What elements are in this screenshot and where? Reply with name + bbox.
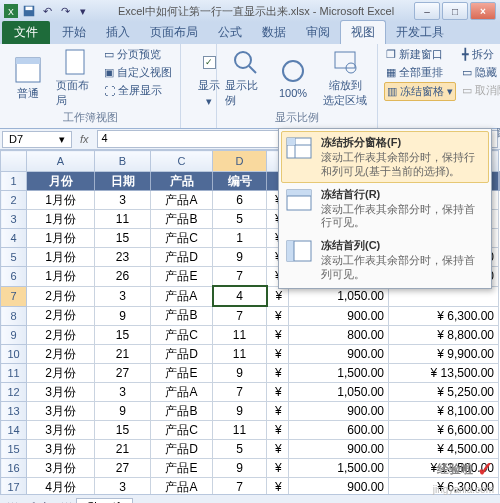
- cell[interactable]: 产品D: [151, 345, 213, 364]
- redo-icon[interactable]: ↷: [58, 4, 72, 18]
- cell[interactable]: ¥: [267, 306, 289, 326]
- zoom-100-button[interactable]: 100%: [271, 46, 315, 110]
- cell[interactable]: 900.00: [289, 478, 389, 495]
- zoom-selection-button[interactable]: 缩放到 选定区域: [319, 46, 371, 110]
- cell[interactable]: ¥: [267, 421, 289, 440]
- cell[interactable]: 900.00: [289, 440, 389, 459]
- row-header[interactable]: 12: [1, 383, 27, 402]
- cell[interactable]: 2月份: [27, 364, 95, 383]
- cell[interactable]: ¥ 8,800.00: [389, 326, 499, 345]
- cell[interactable]: 2月份: [27, 326, 95, 345]
- cell[interactable]: 产品A: [151, 383, 213, 402]
- cell[interactable]: 产品D: [151, 248, 213, 267]
- cell[interactable]: ¥: [267, 286, 289, 306]
- page-break-preview-button[interactable]: ▭分页预览: [102, 46, 174, 63]
- tab-formulas[interactable]: 公式: [208, 21, 252, 44]
- cell[interactable]: 6: [213, 191, 267, 210]
- cell[interactable]: 1,500.00: [289, 459, 389, 478]
- cell[interactable]: 2月份: [27, 345, 95, 364]
- cell[interactable]: ¥: [267, 459, 289, 478]
- sheet-nav-last[interactable]: ⏭: [58, 498, 74, 503]
- cell[interactable]: 1月份: [27, 191, 95, 210]
- unhide-button[interactable]: ▭取消隐藏: [460, 82, 500, 99]
- cell[interactable]: 产品C: [151, 326, 213, 345]
- row-header[interactable]: 8: [1, 306, 27, 326]
- cell[interactable]: ¥: [267, 402, 289, 421]
- row-header[interactable]: 10: [1, 345, 27, 364]
- name-box[interactable]: D7 ▾: [2, 131, 72, 148]
- col-header[interactable]: C: [151, 151, 213, 172]
- cell[interactable]: 900.00: [289, 306, 389, 326]
- qat-dropdown-icon[interactable]: ▾: [76, 4, 90, 18]
- cell[interactable]: ¥ 5,250.00: [389, 383, 499, 402]
- cell[interactable]: ¥ 4,500.00: [389, 440, 499, 459]
- header-cell[interactable]: 编号: [213, 172, 267, 191]
- cell[interactable]: 27: [95, 364, 151, 383]
- sheet-nav-prev[interactable]: ◀: [22, 498, 38, 503]
- cell[interactable]: ¥: [267, 478, 289, 495]
- cell[interactable]: ¥ 6,600.00: [389, 421, 499, 440]
- full-screen-button[interactable]: ⛶全屏显示: [102, 82, 174, 99]
- cell[interactable]: 1,050.00: [289, 383, 389, 402]
- sheet-tab[interactable]: Sheet1: [76, 498, 133, 504]
- chevron-down-icon[interactable]: ▾: [59, 133, 65, 146]
- tab-insert[interactable]: 插入: [96, 21, 140, 44]
- cell[interactable]: 产品E: [151, 364, 213, 383]
- cell[interactable]: 3: [95, 478, 151, 495]
- cell[interactable]: 3: [95, 286, 151, 306]
- cell[interactable]: ¥: [267, 364, 289, 383]
- cell[interactable]: 3月份: [27, 421, 95, 440]
- cell[interactable]: 9: [95, 306, 151, 326]
- tab-pagelayout[interactable]: 页面布局: [140, 21, 208, 44]
- hide-button[interactable]: ▭隐藏: [460, 64, 500, 81]
- zoom-button[interactable]: 显示比例: [223, 46, 267, 110]
- cell[interactable]: 1: [213, 229, 267, 248]
- sheet-nav-next[interactable]: ▶: [40, 498, 56, 503]
- cell[interactable]: 600.00: [289, 421, 389, 440]
- cell[interactable]: 23: [95, 248, 151, 267]
- cell[interactable]: 11: [213, 421, 267, 440]
- fx-button[interactable]: fx: [74, 133, 95, 145]
- cell[interactable]: 1月份: [27, 267, 95, 287]
- tab-review[interactable]: 审阅: [296, 21, 340, 44]
- select-all-button[interactable]: [1, 151, 27, 172]
- cell[interactable]: 1,050.00: [289, 286, 389, 306]
- cell[interactable]: 3: [95, 383, 151, 402]
- cell[interactable]: 15: [95, 421, 151, 440]
- file-tab[interactable]: 文件: [2, 21, 50, 44]
- cell[interactable]: 产品B: [151, 306, 213, 326]
- row-header[interactable]: 4: [1, 229, 27, 248]
- col-header[interactable]: B: [95, 151, 151, 172]
- cell[interactable]: 1月份: [27, 248, 95, 267]
- cell[interactable]: 9: [213, 402, 267, 421]
- cell[interactable]: 7: [213, 383, 267, 402]
- cell[interactable]: ¥ 9,900.00: [389, 345, 499, 364]
- save-icon[interactable]: [22, 4, 36, 18]
- maximize-button[interactable]: □: [442, 2, 468, 20]
- cell[interactable]: 3月份: [27, 440, 95, 459]
- row-header[interactable]: 2: [1, 191, 27, 210]
- cell[interactable]: 1月份: [27, 210, 95, 229]
- cell[interactable]: ¥ 13,500.00: [389, 364, 499, 383]
- row-header[interactable]: 9: [1, 326, 27, 345]
- cell[interactable]: 4月份: [27, 478, 95, 495]
- freeze-panes-button[interactable]: ▥冻结窗格▾: [384, 82, 456, 101]
- cell[interactable]: 3月份: [27, 402, 95, 421]
- cell[interactable]: 5: [213, 210, 267, 229]
- normal-view-button[interactable]: 普通: [6, 46, 50, 110]
- freeze-top-row-item[interactable]: 冻结首行(R) 滚动工作表其余部分时，保持首行可见。: [281, 183, 489, 235]
- row-header[interactable]: 7: [1, 286, 27, 306]
- new-window-button[interactable]: ❐新建窗口: [384, 46, 456, 63]
- cell[interactable]: 产品B: [151, 402, 213, 421]
- sheet-nav-first[interactable]: ⏮: [4, 498, 20, 503]
- cell[interactable]: 27: [95, 459, 151, 478]
- split-button[interactable]: ╋拆分: [460, 46, 500, 63]
- cell[interactable]: 800.00: [289, 326, 389, 345]
- header-cell[interactable]: 产品: [151, 172, 213, 191]
- cell[interactable]: 产品C: [151, 229, 213, 248]
- header-cell[interactable]: [499, 172, 500, 191]
- cell[interactable]: 产品C: [151, 421, 213, 440]
- header-cell[interactable]: 日期: [95, 172, 151, 191]
- cell[interactable]: 5: [213, 440, 267, 459]
- cell[interactable]: 21: [95, 345, 151, 364]
